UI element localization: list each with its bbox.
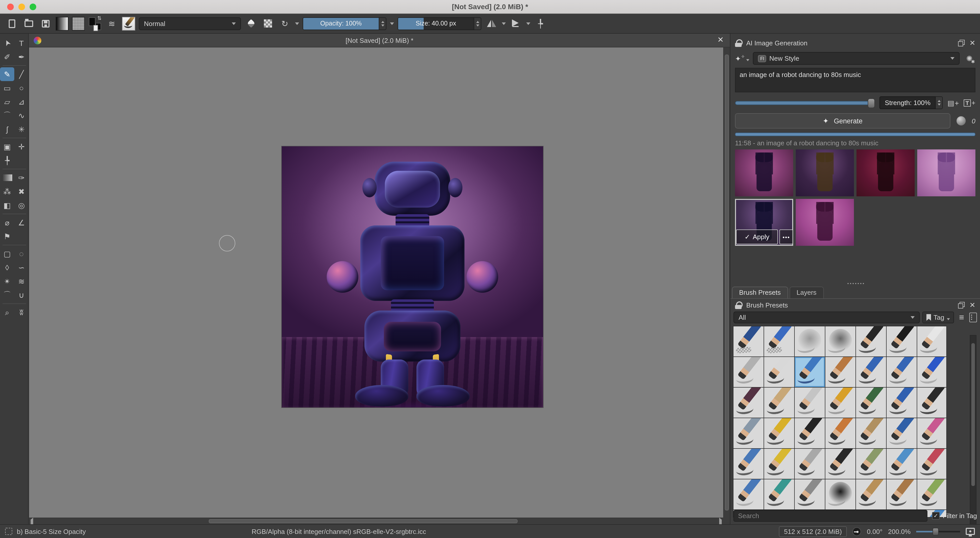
- opacity-spinner[interactable]: [379, 17, 387, 30]
- zoom-slider-knob[interactable]: [932, 528, 939, 535]
- tool-transform[interactable]: ▣: [0, 140, 14, 154]
- gradient-chooser[interactable]: [56, 17, 68, 30]
- mirror-horizontal-button[interactable]: [485, 17, 498, 30]
- tool-select-shapes[interactable]: ➤: [0, 34, 16, 52]
- monitor-icon[interactable]: [966, 528, 975, 535]
- tool-select-contiguous[interactable]: ✴: [0, 275, 14, 288]
- float-docker-icon[interactable]: [958, 40, 965, 46]
- search-input[interactable]: [733, 510, 928, 522]
- brush-airbrush-soft[interactable]: [825, 326, 856, 357]
- pattern-chooser[interactable]: [72, 17, 85, 30]
- brush-marker-chisel[interactable]: [886, 418, 917, 448]
- brush-blender-rake[interactable]: [825, 418, 856, 448]
- size-slider[interactable]: Size: 40.00 px: [398, 17, 474, 30]
- brush-ink-brush[interactable]: [764, 357, 794, 387]
- brush-pen-pink[interactable]: [917, 418, 947, 448]
- generated-image-6[interactable]: [796, 199, 854, 246]
- generate-button[interactable]: ✦ Generate: [735, 113, 950, 129]
- prompt-textarea[interactable]: an image of a robot dancing to 80s music: [735, 68, 975, 92]
- tool-select-freehand[interactable]: ∽: [14, 260, 29, 275]
- open-document-button[interactable]: [22, 17, 35, 30]
- background-color-swatch[interactable]: [95, 23, 101, 30]
- brush-nib-yellow[interactable]: [764, 418, 794, 448]
- canvas-angle-value[interactable]: 0.00°: [867, 528, 883, 535]
- brush-sumi[interactable]: [856, 418, 886, 448]
- brush-eraser-hard[interactable]: [733, 326, 764, 357]
- style-select[interactable]: Fl New Style: [753, 52, 959, 65]
- brush-eraser-stub[interactable]: [733, 479, 764, 509]
- tool-polyline[interactable]: ⊿: [14, 95, 29, 109]
- wand-menu-button[interactable]: ✦✧: [735, 54, 749, 62]
- tag-filter-select[interactable]: All: [733, 311, 920, 323]
- tool-assistants[interactable]: ⌀: [0, 216, 14, 230]
- tool-edit-shapes[interactable]: ✐: [0, 50, 14, 64]
- brush-pencil-tan[interactable]: [764, 387, 794, 417]
- tool-polygon[interactable]: ▱: [0, 95, 14, 109]
- brush-fountain-pen[interactable]: [795, 418, 825, 448]
- tool-smart-patch[interactable]: ✖: [14, 185, 29, 198]
- brush-ink-precision[interactable]: [856, 326, 886, 357]
- spin-down-icon[interactable]: [476, 24, 479, 26]
- spin-up-icon[interactable]: [381, 21, 384, 23]
- seed-icon[interactable]: 0: [972, 117, 975, 125]
- tool-reference-images[interactable]: ⚑: [0, 230, 14, 243]
- mirror-horizontal-chevron-icon[interactable]: [502, 22, 506, 25]
- tool-enclose-fill[interactable]: ◎: [14, 198, 29, 212]
- brush-ink-pen[interactable]: [825, 449, 856, 479]
- tool-multibrush[interactable]: ✳: [14, 122, 29, 136]
- canvas-rotation-icon[interactable]: [853, 527, 861, 536]
- tool-rectangle[interactable]: ▭: [0, 81, 14, 95]
- tool-color-sampler[interactable]: ✑: [14, 171, 29, 185]
- eraser-mode-button[interactable]: [245, 17, 258, 30]
- tab-layers[interactable]: Layers: [789, 287, 824, 298]
- presets-menu-button[interactable]: ≡: [956, 313, 967, 322]
- mirror-vertical-button[interactable]: [509, 17, 523, 30]
- brush-pencil-soft[interactable]: [733, 387, 764, 417]
- zoom-window-button[interactable]: [30, 3, 36, 10]
- docker-resize-handle[interactable]: [846, 282, 864, 284]
- new-document-button[interactable]: [5, 17, 18, 30]
- brush-detail[interactable]: [825, 357, 856, 387]
- reload-preset-button[interactable]: ↻: [278, 17, 291, 30]
- sphere-indicator-icon[interactable]: [956, 116, 966, 125]
- brush-marker-teal[interactable]: [764, 479, 794, 509]
- tool-select-bezier[interactable]: ⌒: [0, 288, 14, 302]
- brush-pencils-texture[interactable]: [856, 387, 886, 417]
- filter-in-tag-checkbox[interactable]: ✓: [932, 512, 940, 520]
- foreground-background-colors[interactable]: ⇅: [88, 17, 102, 30]
- brush-marker-details[interactable]: [886, 326, 917, 357]
- tool-zoom[interactable]: ⌕: [0, 305, 14, 319]
- strength-spinbox[interactable]: Strength: 100%: [880, 96, 936, 109]
- brush-marker-sketch[interactable]: [917, 387, 947, 417]
- tool-line[interactable]: ╱: [14, 67, 29, 81]
- tool-select-magnetic[interactable]: ∪: [14, 288, 29, 302]
- tool-colorize-mask[interactable]: ⁂: [0, 185, 14, 198]
- brush-wet-bristle[interactable]: [856, 449, 886, 479]
- zoom-percentage[interactable]: 200.0%: [888, 528, 911, 535]
- minimize-window-button[interactable]: [18, 3, 25, 10]
- brush-marker-yellow[interactable]: [764, 449, 794, 479]
- brush-pen-red[interactable]: [917, 449, 947, 479]
- brush-fineliner[interactable]: [917, 326, 947, 357]
- lock-icon[interactable]: [735, 301, 741, 309]
- lock-icon[interactable]: [735, 39, 741, 47]
- brush-stylus[interactable]: [733, 357, 764, 387]
- strength-slider[interactable]: [735, 101, 875, 105]
- foreground-color-swatch[interactable]: [89, 17, 95, 26]
- preset-grid-scrollbar[interactable]: [970, 335, 977, 527]
- tab-brush-presets[interactable]: Brush Presets: [732, 287, 788, 298]
- scroll-right-icon[interactable]: [719, 517, 722, 524]
- brush-pen-silver[interactable]: [795, 387, 825, 417]
- save-document-button[interactable]: [39, 17, 52, 30]
- canvas-horizontal-scrollbar[interactable]: [29, 517, 723, 524]
- tool-measure[interactable]: ∠: [14, 216, 29, 230]
- add-text-button[interactable]: T+: [963, 99, 975, 106]
- generated-image-2[interactable]: [796, 149, 854, 196]
- size-spinner[interactable]: [474, 17, 481, 30]
- spin-up-icon[interactable]: [476, 21, 479, 23]
- selection-mode-icon[interactable]: [5, 528, 12, 535]
- brush-blender-blur[interactable]: [795, 326, 825, 357]
- spin-up-icon[interactable]: [938, 100, 941, 102]
- close-docker-icon[interactable]: ✕: [969, 301, 975, 309]
- opacity-slider[interactable]: Opacity: 100%: [303, 17, 379, 30]
